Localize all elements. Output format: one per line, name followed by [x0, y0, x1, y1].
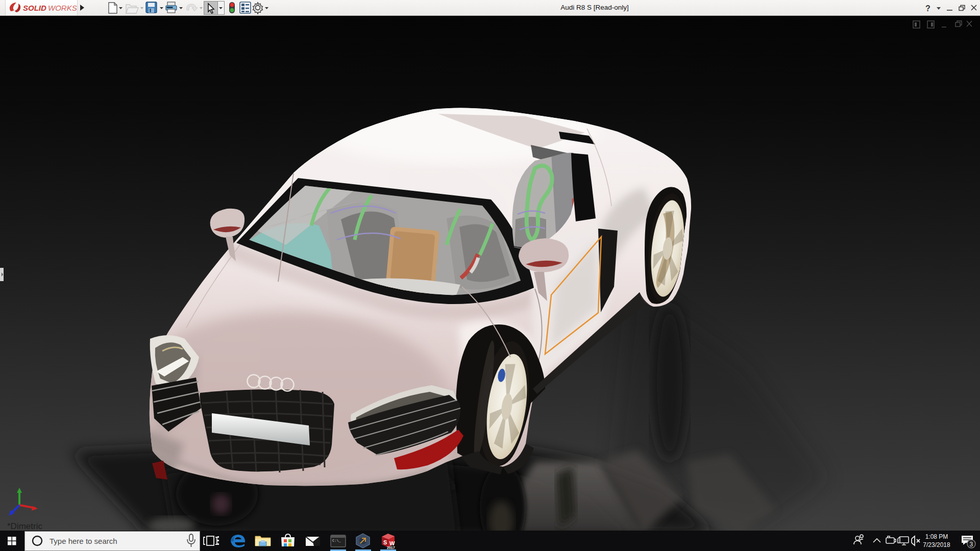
svg-text:C:\_: C:\_ [332, 539, 341, 543]
svg-text:SOLID: SOLID [23, 4, 46, 12]
svg-text:?: ? [925, 4, 930, 13]
svg-text:WORKS: WORKS [48, 4, 77, 12]
svg-text:3: 3 [970, 541, 973, 548]
svg-text:S: S [383, 539, 387, 545]
svg-text:2017: 2017 [387, 546, 395, 549]
svg-text:*Dimetric: *Dimetric [7, 521, 42, 531]
